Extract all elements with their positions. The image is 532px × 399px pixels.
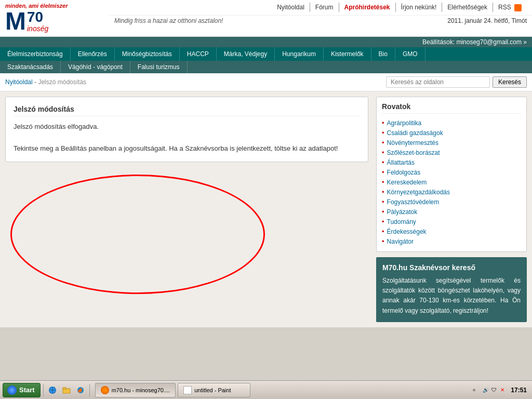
rovatok-link-0[interactable]: Agrárpolitika bbox=[387, 119, 422, 127]
settings-link[interactable]: Beállítások: minoseg70@gmail.com » bbox=[422, 38, 527, 46]
nav-elelmiszerbiztonság[interactable]: Élelmiszerbiztonság bbox=[0, 47, 71, 61]
logo-area: minden, ami élelmiszer M 70 inoség bbox=[0, 0, 109, 36]
nav-hungarikum[interactable]: Hungarikum bbox=[275, 47, 324, 61]
list-item: Tudomány bbox=[382, 217, 521, 227]
rovatok-link-5[interactable]: Feldolgozás bbox=[387, 169, 421, 176]
taskbar-app-paint[interactable]: untitled - Paint bbox=[178, 383, 250, 397]
list-item: Agrárpolitika bbox=[382, 118, 521, 128]
logo-minoseg: inoség bbox=[27, 24, 48, 33]
szaknevsor-box: M70.hu Szaknévsor kereső Szolgáltatásunk… bbox=[376, 257, 527, 322]
list-item: Navigátor bbox=[382, 236, 521, 246]
password-box: Jelszó módosítás Jelszó módosítás elfoga… bbox=[5, 97, 368, 162]
nav-vagohid[interactable]: Vágóhíd - vágópont bbox=[61, 61, 130, 73]
nav-ellenorzes[interactable]: Ellenőrzés bbox=[71, 47, 115, 61]
nav-forum[interactable]: Fórum bbox=[310, 3, 339, 12]
list-item: Érdekességek bbox=[382, 227, 521, 236]
breadcrumb-home[interactable]: Nyitóoldal bbox=[5, 78, 33, 86]
header-right: Nyitóoldal Fórum Apróhirdetések Írjon ne… bbox=[109, 0, 532, 36]
search-input[interactable] bbox=[386, 76, 490, 88]
secondary-nav: Szaktanácsadás Vágóhíd - vágópont Falusi… bbox=[0, 61, 532, 73]
tray-network-icon: 🔊 bbox=[482, 386, 490, 394]
rovatok-box: Rovatok Agrárpolitika Családi gazdaságok… bbox=[376, 97, 527, 252]
list-item: Pályázatok bbox=[382, 207, 521, 217]
nav-haccp[interactable]: HACCP bbox=[180, 47, 217, 61]
site-slogan: Mindig friss a hazai az otthoni asztalon… bbox=[114, 17, 223, 24]
rovatok-link-6[interactable]: Kereskedelem bbox=[387, 179, 427, 186]
nav-minosegebiztonság[interactable]: Minőségbiztosítás bbox=[115, 47, 180, 61]
taskbar-app-browser[interactable]: m70.hu - minoseg70.... bbox=[95, 383, 176, 397]
list-item: Családi gazdaságok bbox=[382, 128, 521, 138]
logo-letter-m: M bbox=[5, 9, 26, 34]
rovatok-link-7[interactable]: Környezetgazdálkodás bbox=[387, 189, 450, 196]
start-label: Start bbox=[19, 386, 35, 394]
nav-falusi[interactable]: Falusi turizmus bbox=[130, 61, 188, 73]
tray-security-icon: 🛡 bbox=[490, 386, 498, 394]
rovatok-link-3[interactable]: Szőlészet-borászat bbox=[387, 149, 440, 156]
breadcrumb-search-bar: Nyitóoldal - Jelszó módosítás Keresés bbox=[0, 73, 532, 91]
rovatok-link-4[interactable]: Állattartás bbox=[387, 159, 415, 166]
settings-bar: Beállítások: minoseg70@gmail.com » bbox=[0, 37, 532, 47]
quicklaunch-firefox[interactable] bbox=[74, 384, 87, 396]
list-item: Feldolgozás bbox=[382, 167, 521, 177]
top-nav: Nyitóoldal Fórum Apróhirdetések Írjon ne… bbox=[109, 0, 532, 16]
breadcrumb: Nyitóoldal - Jelszó módosítás bbox=[5, 78, 86, 86]
list-item: Környezetgazdálkodás bbox=[382, 187, 521, 197]
paint-icon bbox=[183, 386, 192, 394]
nav-gmo[interactable]: GMO bbox=[395, 47, 425, 61]
quicklaunch-folder[interactable] bbox=[60, 384, 73, 396]
nav-kistermelok[interactable]: Kistermelők bbox=[324, 47, 371, 61]
tray-alert-icon: ✕ bbox=[498, 386, 507, 394]
logo-right: 70 inoség bbox=[27, 10, 48, 33]
rovatok-link-8[interactable]: Fogyasztóvédelem bbox=[387, 198, 440, 206]
password-box-text: Jelszó módosítás elfogadva. Tekintse meg… bbox=[14, 122, 360, 154]
search-area: Keresés bbox=[386, 76, 527, 88]
taskbar-apps: m70.hu - minoseg70.... untitled - Paint bbox=[95, 383, 251, 397]
list-item: Kereskedelem bbox=[382, 177, 521, 187]
rovatok-link-1[interactable]: Családi gazdaságok bbox=[387, 129, 443, 137]
password-line1: Jelszó módosítás elfogadva. bbox=[14, 122, 360, 132]
browser-icon bbox=[101, 386, 109, 394]
nav-aprohirdetesek[interactable]: Apróhirdetések bbox=[339, 3, 396, 12]
nav-bio[interactable]: Bio bbox=[371, 47, 395, 61]
taskbar-time: 17:51 bbox=[511, 387, 527, 394]
list-item: Növénytermesztés bbox=[382, 138, 521, 148]
main-content: Jelszó módosítás Jelszó módosítás elfoga… bbox=[0, 91, 532, 327]
taskbar-separator-2 bbox=[89, 384, 90, 396]
password-line2: Tekintse meg a Beállítás panelban a jogo… bbox=[14, 143, 360, 154]
rovatok-list: Agrárpolitika Családi gazdaságok Növényt… bbox=[382, 118, 521, 246]
nav-elerhetosegek[interactable]: Elérhetőségek bbox=[442, 3, 493, 12]
taskbar-app-paint-label: untitled - Paint bbox=[194, 387, 231, 393]
start-button[interactable]: Start bbox=[3, 383, 41, 397]
svg-rect-4 bbox=[63, 388, 66, 389]
header-top: minden, ami élelmiszer M 70 inoség Nyitó… bbox=[0, 0, 532, 37]
szaknevsor-text: Szolgáltatásunk segítségével termelők és… bbox=[382, 276, 521, 316]
nav-irjon[interactable]: Írjon nekünk! bbox=[396, 3, 443, 12]
nav-marka[interactable]: Márka, Védjegy bbox=[217, 47, 275, 61]
nav-nyitoooldal[interactable]: Nyitóoldal bbox=[272, 3, 310, 12]
taskbar-quick-launch bbox=[46, 384, 87, 396]
sidebar: Rovatok Agrárpolitika Családi gazdaságok… bbox=[376, 97, 527, 322]
rovatok-link-9[interactable]: Pályázatok bbox=[387, 208, 418, 216]
rss-icon bbox=[514, 4, 522, 11]
taskbar: Start m70.hu - minoseg70.... untitled - … bbox=[0, 380, 532, 399]
windows-icon bbox=[7, 385, 17, 395]
svg-point-0 bbox=[49, 387, 56, 394]
taskbar-separator bbox=[43, 384, 44, 396]
rovatok-title: Rovatok bbox=[382, 102, 521, 114]
rovatok-link-12[interactable]: Navigátor bbox=[387, 238, 414, 245]
list-item: Fogyasztóvédelem bbox=[382, 197, 521, 207]
list-item: Állattartás bbox=[382, 157, 521, 167]
rovatok-link-10[interactable]: Tudomány bbox=[387, 218, 416, 225]
szaknevsor-title: M70.hu Szaknévsor kereső bbox=[382, 263, 521, 272]
nav-rss[interactable]: RSS bbox=[493, 3, 527, 12]
header-date: 2011. január 24. hétfő, Timót bbox=[447, 17, 527, 24]
taskbar-app-browser-label: m70.hu - minoseg70.... bbox=[112, 387, 170, 393]
rovatok-link-11[interactable]: Érdekességek bbox=[387, 228, 427, 235]
nav-szaktanácsadas[interactable]: Szaktanácsadás bbox=[0, 61, 61, 73]
password-box-title: Jelszó módosítás bbox=[14, 105, 360, 116]
logo-number: 70 bbox=[27, 10, 48, 24]
search-button[interactable]: Keresés bbox=[493, 76, 527, 88]
rovatok-link-2[interactable]: Növénytermesztés bbox=[387, 139, 438, 147]
quicklaunch-ie[interactable] bbox=[46, 384, 59, 396]
taskbar-right: « 🔊 🛡 ✕ 17:51 bbox=[473, 386, 529, 394]
